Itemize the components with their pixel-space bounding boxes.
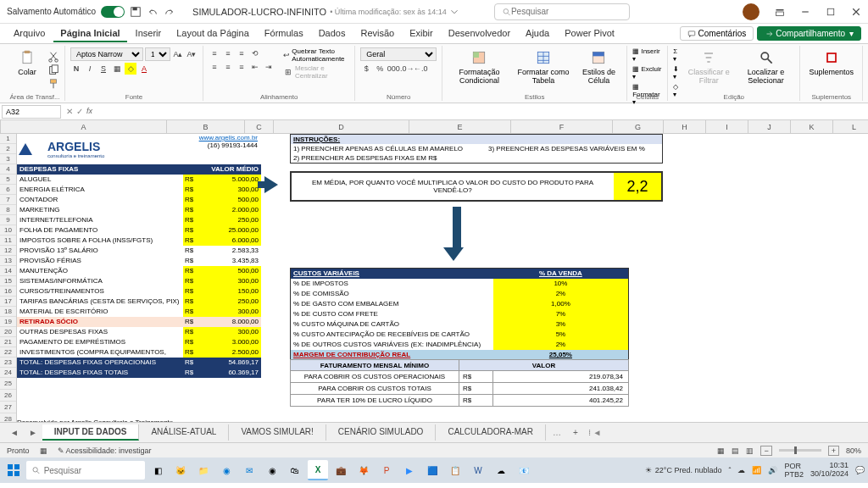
- table-row[interactable]: SISTEMAS/INFORMÁTICAR$300,00: [17, 276, 261, 286]
- ribbon-tab-dados[interactable]: Dados: [312, 25, 353, 42]
- fx-icon[interactable]: fx: [86, 107, 92, 116]
- table-row[interactable]: % DE COMISSÃO2%: [291, 289, 628, 299]
- col-header[interactable]: J: [748, 120, 791, 133]
- font-color-button[interactable]: A: [138, 63, 150, 75]
- wrap-text-button[interactable]: ↩Quebrar Texto Automaticamente: [283, 47, 349, 63]
- row-header[interactable]: 5: [0, 175, 16, 185]
- row-header[interactable]: 14: [0, 266, 16, 276]
- weather-widget[interactable]: ☀ 22°C Pred. nublado: [645, 466, 722, 474]
- close-icon[interactable]: [851, 7, 861, 17]
- new-sheet-button[interactable]: +: [568, 428, 583, 437]
- col-header[interactable]: B: [167, 120, 245, 133]
- autosave-toggle[interactable]: [101, 6, 125, 18]
- row-header[interactable]: 10: [0, 225, 16, 236]
- table-row[interactable]: PROVISÃO 13º SALÁRIOR$2.583,33: [17, 246, 261, 256]
- onedrive-icon[interactable]: ☁: [737, 466, 745, 474]
- table-row[interactable]: ENERGIA ELÉTRICAR$300,00: [17, 185, 261, 195]
- zoom-icon[interactable]: ▶: [399, 460, 420, 480]
- ribbon-tab-arquivo[interactable]: Arquivo: [7, 25, 52, 42]
- table-row[interactable]: % DE OUTROS CUSTOS VARIÁVEIS (EX: INADIM…: [291, 340, 628, 350]
- col-header[interactable]: D: [274, 120, 409, 133]
- row-header[interactable]: 27: [0, 402, 16, 413]
- row-header[interactable]: 12: [0, 246, 16, 256]
- fill-button[interactable]: ⬇ ▾: [673, 65, 681, 80]
- app-icon[interactable]: 📁: [193, 460, 214, 480]
- decrease-font-icon[interactable]: A▾: [186, 48, 198, 60]
- mail-icon[interactable]: ✉: [239, 460, 259, 480]
- align-mid-icon[interactable]: ≡: [222, 47, 234, 59]
- italic-button[interactable]: I: [84, 63, 96, 75]
- zoom-in-icon[interactable]: +: [828, 446, 839, 456]
- table-row[interactable]: % CUSTO ANTECIPAÇÃO DE RECEBÍVEIS DE CAR…: [291, 330, 628, 340]
- ribbon-tab-exibir[interactable]: Exibir: [403, 25, 440, 42]
- merge-button[interactable]: ⊞Mesclar e Centralizar: [283, 64, 349, 80]
- addins-button[interactable]: Suplementos: [805, 47, 857, 78]
- row-header[interactable]: 26: [0, 390, 16, 402]
- ribbon-tab-página-inicial[interactable]: Página Inicial: [53, 25, 126, 42]
- table-row[interactable]: IMPOSTOS SOBRE A FOLHA (INSS/FGTS)R$6.00…: [17, 236, 261, 246]
- table-row[interactable]: TARIFAS BANCÁRIAS (CESTA DE SERVIÇOS, PI…: [17, 297, 261, 307]
- format-painter-icon[interactable]: [47, 78, 59, 90]
- view-break-icon[interactable]: ▥: [746, 446, 754, 455]
- comments-button[interactable]: Comentários: [680, 26, 754, 41]
- ribbon-mode-icon[interactable]: [775, 7, 785, 17]
- table-row[interactable]: CONTADORR$500,00: [17, 195, 261, 205]
- firefox-icon[interactable]: 🦊: [353, 460, 374, 480]
- sort-filter-button[interactable]: Classificar e Filtrar: [684, 47, 733, 86]
- row-header[interactable]: 1: [0, 134, 16, 144]
- zoom-slider[interactable]: [779, 449, 821, 452]
- format-table-button[interactable]: Formatar como Tabela: [515, 47, 573, 86]
- tab-nav-prev[interactable]: ◄: [5, 428, 24, 437]
- chevron-down-icon[interactable]: [448, 6, 460, 18]
- formula-input[interactable]: [97, 105, 868, 119]
- font-size-select[interactable]: 11: [145, 47, 170, 61]
- comma-icon[interactable]: 000: [387, 63, 399, 75]
- table-row[interactable]: MANUTENÇÃOR$500,00: [17, 266, 261, 276]
- user-avatar[interactable]: [743, 3, 760, 20]
- fill-color-button[interactable]: ◇: [125, 63, 136, 75]
- multiplier-value[interactable]: 2,2: [614, 173, 661, 200]
- row-header[interactable]: 28: [0, 413, 16, 422]
- ribbon-tab-desenvolvedor[interactable]: Desenvolvedor: [442, 25, 517, 42]
- row-header[interactable]: 19: [0, 317, 16, 327]
- row-header[interactable]: 13: [0, 256, 16, 266]
- table-row[interactable]: MARKETINGR$2.000,00: [17, 205, 261, 215]
- col-header[interactable]: C: [245, 120, 274, 133]
- row-header[interactable]: 20: [0, 327, 16, 337]
- align-top-icon[interactable]: ≡: [209, 47, 220, 59]
- border-button[interactable]: ▦: [111, 63, 123, 75]
- company-url[interactable]: www.argelis.com.br: [199, 134, 258, 141]
- tab-nav-next[interactable]: ►: [24, 428, 42, 437]
- view-layout-icon[interactable]: ▤: [732, 446, 739, 455]
- start-button[interactable]: [3, 460, 24, 480]
- copy-icon[interactable]: [47, 64, 59, 76]
- app-icon[interactable]: ☁: [491, 460, 511, 480]
- col-header[interactable]: G: [613, 120, 664, 133]
- row-header[interactable]: 6: [0, 185, 16, 195]
- word-icon[interactable]: W: [468, 460, 488, 480]
- table-row[interactable]: OUTRAS DESPESAS FIXASR$300,00: [17, 327, 261, 337]
- clock[interactable]: 10:3130/10/2024: [810, 462, 849, 479]
- view-normal-icon[interactable]: ▦: [717, 446, 725, 455]
- orientation-icon[interactable]: ⟲: [249, 47, 261, 59]
- table-row[interactable]: PROVISÃO FÉRIASR$3.435,83: [17, 256, 261, 266]
- dec-decimal-icon[interactable]: ←.0: [415, 63, 426, 75]
- sheet-tab[interactable]: CALCULADORA-MAR: [436, 424, 546, 441]
- table-row[interactable]: CURSOS/TREINAMENTOSR$150,00: [17, 286, 261, 297]
- conditional-format-button[interactable]: Formatação Condicional: [448, 47, 510, 86]
- indent-inc-icon[interactable]: ⇥: [263, 61, 275, 73]
- row-header[interactable]: 15: [0, 276, 16, 286]
- ribbon-tab-ajuda[interactable]: Ajuda: [519, 25, 556, 42]
- edge-icon[interactable]: ◉: [216, 460, 236, 480]
- table-row[interactable]: INVESTIMENTOS (COMPRA EQUIPAMENTOS, REFO…: [17, 347, 261, 358]
- app-icon[interactable]: 🐱: [170, 460, 191, 480]
- row-header[interactable]: 3: [0, 154, 16, 164]
- accessibility-status[interactable]: ✎ Acessibilidade: investigar: [58, 446, 152, 455]
- app-icon[interactable]: 💼: [331, 460, 351, 480]
- align-center-icon[interactable]: ≡: [222, 61, 234, 73]
- notifications-icon[interactable]: 💬: [855, 466, 865, 474]
- share-button[interactable]: Compartilhamento▾: [757, 26, 861, 41]
- percent-icon[interactable]: %: [374, 63, 386, 75]
- insert-cells-button[interactable]: ▦ Inserir ▾: [632, 47, 662, 63]
- row-header[interactable]: 22: [0, 347, 16, 358]
